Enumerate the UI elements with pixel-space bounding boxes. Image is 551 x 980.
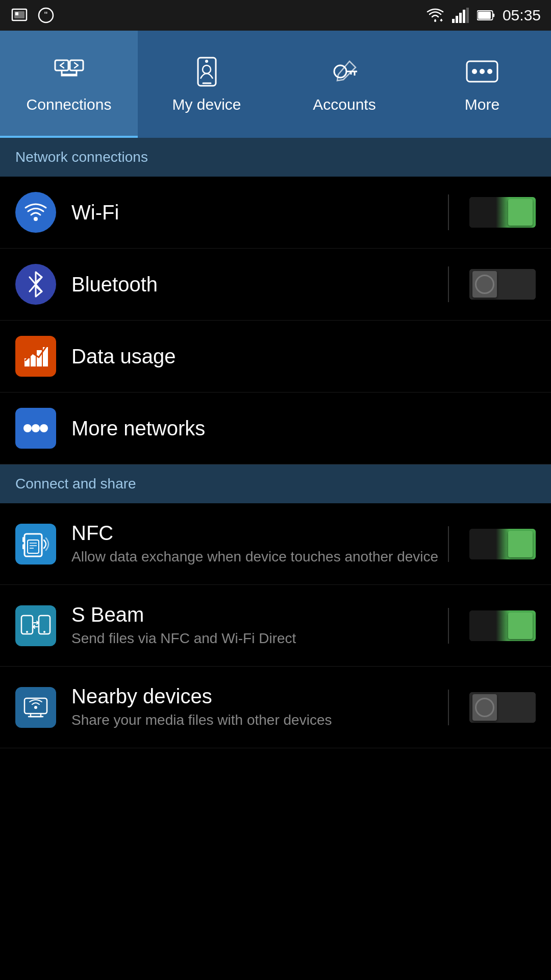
- svg-point-29: [34, 217, 38, 221]
- svg-point-50: [34, 706, 37, 709]
- svg-point-34: [23, 424, 32, 432]
- bluetooth-toggle[interactable]: [469, 269, 536, 300]
- svg-point-36: [40, 424, 48, 432]
- bluetooth-toggle-thumb: [472, 271, 497, 298]
- nearby-devices-item-title: Nearby devices: [71, 685, 448, 708]
- bluetooth-item-text: Bluetooth: [71, 273, 448, 296]
- nfc-item-title: NFC: [71, 522, 448, 545]
- sbeam-toggle-area: [448, 608, 536, 644]
- nfc-item-text: NFC Allow data exchange when device touc…: [71, 522, 448, 566]
- quote-icon: ": [37, 6, 55, 24]
- battery-icon: [477, 6, 495, 24]
- svg-rect-8: [459, 13, 462, 23]
- connect-share-header: Connect and share: [0, 464, 551, 503]
- more-networks-item-text: More networks: [71, 417, 536, 440]
- sbeam-toggle[interactable]: [469, 610, 536, 641]
- accounts-tab-label: Accounts: [313, 96, 375, 113]
- bluetooth-toggle-track: [469, 269, 536, 300]
- status-time: 05:35: [503, 7, 541, 24]
- nfc-toggle-thumb: [508, 531, 533, 557]
- status-bar: ": [0, 0, 551, 31]
- more-networks-item-icon: [15, 408, 56, 449]
- svg-rect-32: [37, 350, 42, 366]
- status-left-icons: ": [10, 6, 55, 24]
- svg-rect-13: [478, 12, 491, 19]
- svg-rect-7: [456, 16, 458, 23]
- bluetooth-toggle-circle: [475, 275, 494, 294]
- tab-more[interactable]: More: [413, 31, 551, 138]
- network-connections-header: Network connections: [0, 138, 551, 177]
- more-networks-item-title: More networks: [71, 417, 536, 440]
- nearby-devices-item-text: Nearby devices Share your media files wi…: [71, 685, 448, 729]
- sbeam-item-title: S Beam: [71, 603, 448, 626]
- connections-tab-label: Connections: [27, 96, 112, 113]
- bluetooth-divider: [448, 266, 449, 302]
- nearby-devices-item-subtitle: Share your media files with other device…: [71, 711, 448, 729]
- data-usage-item-title: Data usage: [71, 345, 536, 368]
- svg-point-46: [26, 631, 28, 633]
- more-tab-icon: [464, 53, 500, 90]
- nfc-item-subtitle: Allow data exchange when device touches …: [71, 548, 448, 566]
- my-device-tab-label: My device: [172, 96, 241, 113]
- nfc-item-icon: [15, 524, 56, 565]
- svg-rect-40: [28, 540, 39, 553]
- nfc-divider: [448, 526, 449, 562]
- nearby-devices-toggle[interactable]: [469, 692, 536, 723]
- screenshot-icon: [10, 6, 29, 24]
- tab-accounts[interactable]: Accounts: [276, 31, 413, 138]
- nearby-devices-toggle-circle: [475, 698, 494, 717]
- svg-point-27: [480, 69, 485, 74]
- tab-connections[interactable]: Connections: [0, 31, 138, 138]
- svg-rect-10: [466, 8, 469, 23]
- sbeam-toggle-thumb: [508, 612, 533, 639]
- svg-rect-6: [452, 19, 455, 23]
- sbeam-item-text: S Beam Send files via NFC and Wi-Fi Dire…: [71, 603, 448, 648]
- sbeam-divider: [448, 608, 449, 644]
- accounts-tab-icon: [326, 53, 363, 90]
- status-right-icons: 05:35: [426, 6, 541, 24]
- bluetooth-item[interactable]: Bluetooth: [0, 249, 551, 321]
- sbeam-toggle-track: [469, 610, 536, 641]
- tab-my-device[interactable]: My device: [138, 31, 276, 138]
- wifi-item-text: Wi-Fi: [71, 201, 448, 224]
- nearby-devices-toggle-area: [448, 690, 536, 725]
- svg-point-28: [487, 69, 492, 74]
- nearby-devices-item-icon: [15, 687, 56, 728]
- wifi-toggle-area: [448, 194, 536, 230]
- wifi-status-icon: [426, 6, 444, 24]
- svg-rect-14: [55, 60, 68, 70]
- nfc-toggle[interactable]: [469, 529, 536, 559]
- nfc-item[interactable]: NFC Allow data exchange when device touc…: [0, 503, 551, 585]
- connections-tab-icon: [51, 53, 87, 90]
- nearby-devices-toggle-track: [469, 692, 536, 723]
- svg-point-20: [203, 65, 211, 74]
- nfc-toggle-track: [469, 529, 536, 559]
- sbeam-item-icon: [15, 605, 56, 646]
- wifi-item[interactable]: Wi-Fi: [0, 177, 551, 249]
- svg-rect-12: [493, 13, 495, 17]
- signal-icon: [452, 6, 470, 24]
- wifi-item-icon: [15, 192, 56, 233]
- wifi-item-title: Wi-Fi: [71, 201, 448, 224]
- svg-rect-15: [70, 60, 83, 70]
- data-usage-item[interactable]: Data usage: [0, 321, 551, 393]
- nearby-devices-divider: [448, 690, 449, 725]
- svg-rect-31: [31, 354, 36, 366]
- tab-bar: Connections My device: [0, 31, 551, 138]
- more-networks-item[interactable]: More networks: [0, 393, 551, 464]
- svg-point-35: [32, 424, 40, 432]
- sbeam-item[interactable]: S Beam Send files via NFC and Wi-Fi Dire…: [0, 585, 551, 667]
- nearby-devices-toggle-thumb: [472, 694, 497, 721]
- wifi-toggle-thumb: [508, 199, 533, 226]
- bluetooth-item-icon: [15, 264, 56, 305]
- wifi-divider: [448, 194, 449, 230]
- data-usage-item-icon: [15, 336, 56, 377]
- wifi-toggle-track: [469, 197, 536, 228]
- svg-rect-39: [22, 544, 24, 549]
- svg-point-26: [472, 69, 477, 74]
- nearby-devices-item[interactable]: Nearby devices Share your media files wi…: [0, 667, 551, 748]
- my-device-tab-icon: [188, 53, 225, 90]
- svg-rect-9: [463, 10, 465, 23]
- wifi-toggle[interactable]: [469, 197, 536, 228]
- svg-point-47: [43, 631, 45, 633]
